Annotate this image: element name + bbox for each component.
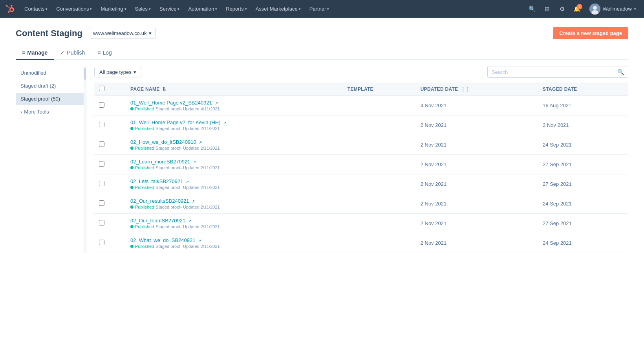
status-dot [130, 127, 134, 130]
row-template-cell [343, 96, 416, 116]
svg-point-1 [593, 6, 597, 10]
table-row: 02_Lets_talkSB270921 ↗ Published Staged … [94, 174, 628, 194]
table-row: 02_What_we_do_SB240921 ↗ Published Stage… [94, 233, 628, 253]
row-checkbox-cell [94, 116, 110, 135]
nav-user-menu[interactable]: Wellmeadow ▾ [586, 2, 639, 16]
row-template-cell [343, 194, 416, 214]
sidebar-item-more-tools[interactable]: › More Tools [16, 106, 86, 118]
row-staged-date-cell: 27 Sep 2021 [538, 214, 628, 233]
row-staged-date-cell: 24 Sep 2021 [538, 135, 628, 155]
status-row: Published Staged proof- Updated 2/11/202… [130, 126, 338, 131]
filter-page-types-button[interactable]: All page types ▾ [94, 67, 141, 77]
row-checkbox[interactable] [99, 122, 104, 127]
chevron-down-icon: ▾ [90, 7, 92, 11]
row-actions-cell [110, 233, 126, 253]
select-all-checkbox[interactable] [99, 86, 104, 91]
nav-sales[interactable]: Sales ▾ [132, 4, 154, 13]
row-checkbox[interactable] [99, 181, 104, 186]
table-row: 02_How_we_do_itSB240910 ↗ Published Stag… [94, 135, 628, 155]
row-staged-date-cell: 27 Sep 2021 [538, 174, 628, 194]
external-link-icon: ↗ [192, 199, 195, 204]
status-dot [130, 245, 134, 248]
tab-publish[interactable]: ✓ Publish [54, 46, 91, 60]
publish-tab-label: Publish [67, 50, 85, 56]
search-nav-button[interactable]: 🔍 [527, 3, 538, 15]
status-text: Published [135, 244, 154, 249]
page-name-link[interactable]: 02_Lets_talkSB270921 ↗ [130, 178, 189, 184]
staged-info-text: Staged proof- Updated 2/11/2021 [156, 224, 220, 229]
row-checkbox-cell [94, 135, 110, 155]
chevron-down-icon: ▾ [215, 7, 217, 11]
main-content: Content Staging www.wellmeadow.co.uk ▾ C… [0, 18, 644, 363]
create-staged-page-button[interactable]: Create a new staged page [553, 27, 628, 39]
status-dot [130, 186, 134, 189]
nav-asset-marketplace[interactable]: Asset Marketplace ▾ [252, 4, 304, 13]
status-row: Published Staged proof- Updated 4/11/202… [130, 106, 338, 111]
status-dot [130, 166, 134, 169]
row-checkbox[interactable] [99, 240, 104, 245]
nav-automation[interactable]: Automation ▾ [185, 4, 220, 13]
search-button[interactable]: 🔍 [613, 66, 628, 77]
row-template-cell [343, 116, 416, 135]
sidebar: Unmodified Staged draft (2) Staged proof… [16, 66, 86, 253]
status-row: Published Staged proof- Updated 2/11/202… [130, 224, 338, 229]
sidebar-item-unmodified[interactable]: Unmodified [16, 67, 86, 79]
nav-contacts[interactable]: Contacts ▾ [21, 4, 51, 13]
page-name-link[interactable]: 02_Our_resultsSB240921 ↗ [130, 198, 195, 204]
sidebar-item-staged-draft[interactable]: Staged draft (2) [16, 80, 86, 92]
chevron-right-icon: › [20, 109, 22, 115]
manage-tab-label: Manage [27, 50, 48, 56]
row-actions-cell [110, 116, 126, 135]
status-text: Published [135, 126, 154, 131]
row-checkbox-cell [94, 233, 110, 253]
nav-right-actions: 🔍 ⊞ ⚙ 🔔 1 Wellmeadow ▾ [527, 2, 639, 16]
search-box: 🔍 [487, 66, 628, 78]
hubspot-logo[interactable] [5, 4, 16, 15]
settings-nav-icon[interactable]: ⚙ [556, 3, 568, 15]
row-name-cell: 02_How_we_do_itSB240910 ↗ Published Stag… [126, 135, 343, 155]
sort-icon: ⇅ [162, 86, 166, 92]
notifications-nav-button[interactable]: 🔔 1 [571, 3, 583, 15]
log-tab-label: Log [102, 50, 112, 56]
row-updated-date-cell: 2 Nov 2021 [416, 214, 538, 233]
row-template-cell [343, 233, 416, 253]
page-name-link[interactable]: 02_What_we_do_SB240921 ↗ [130, 237, 201, 243]
nav-marketing[interactable]: Marketing ▾ [97, 4, 129, 13]
manage-tab-icon: ≡ [22, 50, 25, 56]
sidebar-item-staged-proof[interactable]: Staged proof (50) [16, 93, 86, 105]
row-checkbox-cell [94, 155, 110, 174]
nav-partner[interactable]: Partner ▾ [306, 4, 333, 13]
row-checkbox[interactable] [99, 102, 104, 108]
staged-info-text: Staged proof- Updated 2/11/2021 [156, 185, 220, 190]
row-checkbox[interactable] [99, 220, 104, 226]
row-checkbox[interactable] [99, 141, 104, 147]
nav-service[interactable]: Service ▾ [156, 4, 183, 13]
marketplace-nav-icon[interactable]: ⊞ [542, 3, 553, 15]
status-text: Published [135, 224, 154, 229]
notification-badge: 1 [577, 4, 582, 9]
row-actions-cell [110, 174, 126, 194]
row-checkbox-cell [94, 214, 110, 233]
chevron-down-icon: ▾ [149, 30, 152, 36]
tab-log[interactable]: ≡ Log [91, 46, 118, 60]
avatar [589, 4, 600, 15]
sidebar-scrollbar[interactable] [84, 66, 86, 253]
page-name-link[interactable]: 01_Well_Home Page v2_SB240921 ↗ [130, 100, 218, 106]
domain-selector[interactable]: www.wellmeadow.co.uk ▾ [89, 28, 156, 38]
th-page-name[interactable]: PAGE NAME ⇅ [126, 82, 343, 96]
status-text: Published [135, 185, 154, 190]
page-name-link[interactable]: 01_Well_Home Page v2_for Kevin (HH) ↗ [130, 119, 226, 125]
page-header: Content Staging www.wellmeadow.co.uk ▾ C… [16, 27, 628, 39]
page-name-link[interactable]: 02_Our_teamSB270921 ↗ [130, 218, 191, 224]
search-input[interactable] [488, 67, 613, 77]
tab-manage[interactable]: ≡ Manage [16, 46, 54, 60]
nav-reports[interactable]: Reports ▾ [223, 4, 250, 13]
chevron-down-icon: ▾ [46, 7, 48, 11]
page-name-link[interactable]: 02_How_we_do_itSB240910 ↗ [130, 139, 202, 145]
nav-conversations[interactable]: Conversations ▾ [53, 4, 95, 13]
row-checkbox[interactable] [99, 200, 104, 206]
page-name-link[interactable]: 02_Learn_moreSB270921 ↗ [130, 159, 196, 165]
row-updated-date-cell: 2 Nov 2021 [416, 116, 538, 135]
table-controls: All page types ▾ 🔍 [94, 66, 628, 78]
row-checkbox[interactable] [99, 161, 104, 167]
